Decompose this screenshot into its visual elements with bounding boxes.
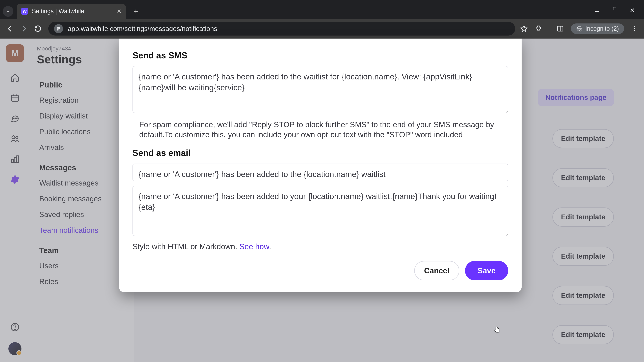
edit-template-button[interactable]: Edit template — [552, 129, 614, 148]
chevron-down-icon — [6, 9, 10, 14]
browser-tab-strip: W Settings | Waitwhile ✕ ＋ ✕ — [0, 0, 644, 19]
email-body-textarea[interactable] — [132, 186, 508, 236]
svg-point-13 — [634, 28, 635, 29]
tab-search-button[interactable] — [3, 6, 14, 17]
svg-point-22 — [12, 136, 15, 139]
incognito-indicator[interactable]: Incognito (2) — [571, 23, 624, 34]
nav-item-roles[interactable]: Roles — [30, 274, 134, 290]
reload-button[interactable] — [34, 25, 43, 32]
style-helper: Style with HTML or Markdown. See how. — [132, 242, 508, 252]
nav-group-messages: Messages — [30, 160, 134, 175]
browser-tab-active[interactable]: W Settings | Waitwhile ✕ — [17, 4, 126, 19]
nav-item-display-waitlist[interactable]: Display waitlist — [30, 108, 134, 124]
edit-template-column: Edit template Edit template Edit templat… — [552, 129, 614, 344]
tab-title: Settings | Waitwhile — [32, 8, 84, 15]
svg-point-23 — [16, 137, 18, 139]
sms-compliance-helper: For spam compliance, we'll add "Reply ST… — [139, 120, 508, 140]
sms-section-heading: Send as SMS — [132, 50, 508, 60]
user-avatar[interactable] — [8, 342, 22, 355]
home-icon[interactable] — [10, 72, 20, 83]
users-icon[interactable] — [10, 133, 20, 144]
new-tab-button[interactable]: ＋ — [131, 6, 141, 16]
org-name: Moodjoy7434 — [37, 45, 127, 52]
svg-marker-9 — [521, 26, 527, 32]
close-tab-icon[interactable]: ✕ — [117, 8, 122, 14]
svg-rect-10 — [557, 26, 563, 31]
svg-rect-1 — [613, 8, 616, 11]
nav-group-team: Team — [30, 243, 134, 258]
svg-point-12 — [634, 26, 635, 27]
forward-button[interactable] — [20, 25, 29, 32]
window-controls: ✕ — [593, 7, 644, 19]
svg-rect-26 — [17, 156, 18, 163]
svg-point-28 — [14, 329, 16, 330]
nav-item-registration[interactable]: Registration — [30, 92, 134, 108]
nav-item-users[interactable]: Users — [30, 258, 134, 274]
bookmark-star-icon[interactable] — [520, 25, 528, 32]
edit-template-modal: Send as SMS For spam compliance, we'll a… — [119, 38, 522, 292]
svg-point-8 — [58, 29, 58, 30]
svg-point-6 — [58, 27, 58, 28]
browser-toolbar: app.waitwhile.com/settings/messages/noti… — [0, 19, 644, 38]
analytics-icon[interactable] — [10, 154, 20, 165]
modal-actions: Cancel Save — [132, 261, 508, 280]
edit-template-button[interactable]: Edit template — [552, 168, 614, 187]
settings-gear-icon[interactable] — [10, 174, 20, 185]
svg-point-14 — [634, 30, 635, 31]
settings-sidebar: Moodjoy7434 Settings Public Registration… — [30, 38, 134, 362]
edit-template-button[interactable]: Edit template — [552, 207, 614, 227]
email-section-heading: Send as email — [132, 148, 508, 158]
nav-item-booking-messages[interactable]: Booking messages — [30, 191, 134, 207]
style-helper-text: Style with HTML or Markdown. — [132, 242, 239, 251]
url-text: app.waitwhile.com/settings/messages/noti… — [68, 25, 217, 32]
edit-template-button[interactable]: Edit template — [552, 286, 614, 305]
svg-rect-24 — [12, 159, 14, 163]
svg-point-20 — [15, 118, 16, 119]
maximize-icon[interactable] — [610, 7, 618, 14]
back-button[interactable] — [6, 25, 15, 32]
chat-icon[interactable] — [10, 113, 20, 124]
toolbar-divider — [549, 24, 550, 33]
kebab-menu-icon[interactable] — [631, 25, 638, 32]
side-panel-icon[interactable] — [556, 25, 564, 32]
edit-template-button[interactable]: Edit template — [552, 247, 614, 266]
site-settings-icon[interactable] — [54, 24, 63, 33]
close-window-icon[interactable]: ✕ — [628, 7, 636, 14]
svg-point-19 — [14, 118, 14, 119]
incognito-label: Incognito (2) — [585, 25, 619, 32]
svg-rect-15 — [12, 95, 18, 101]
org-avatar[interactable]: M — [6, 44, 24, 62]
nav-item-arrivals[interactable]: Arrivals — [30, 140, 134, 155]
extensions-icon[interactable] — [535, 25, 542, 32]
waitwhile-favicon: W — [21, 8, 28, 15]
sms-body-textarea[interactable] — [132, 66, 508, 113]
divider — [30, 72, 134, 72]
minimize-icon[interactable] — [593, 7, 601, 14]
nav-item-team-notifications[interactable]: Team notifications — [30, 222, 134, 238]
svg-point-7 — [59, 28, 60, 29]
nav-item-waitlist-messages[interactable]: Waitlist messages — [30, 175, 134, 191]
app-viewport: M Moodjoy7434 Settings Public Registrati… — [0, 38, 644, 362]
primary-nav-rail: M — [0, 38, 30, 362]
notifications-page-pill[interactable]: Notifications page — [538, 89, 614, 106]
edit-template-button[interactable]: Edit template — [552, 325, 614, 344]
svg-rect-25 — [14, 157, 16, 163]
nav-item-saved-replies[interactable]: Saved replies — [30, 207, 134, 222]
nav-group-public: Public — [30, 77, 134, 92]
cancel-button[interactable]: Cancel — [414, 261, 459, 280]
svg-rect-2 — [614, 7, 617, 10]
save-button[interactable]: Save — [465, 261, 508, 280]
nav-item-public-locations[interactable]: Public locations — [30, 124, 134, 140]
email-subject-input[interactable] — [132, 164, 508, 181]
address-bar[interactable]: app.waitwhile.com/settings/messages/noti… — [48, 22, 515, 35]
page-title: Settings — [37, 53, 127, 66]
svg-point-21 — [16, 118, 17, 119]
calendar-icon[interactable] — [10, 92, 20, 103]
see-how-link[interactable]: See how — [239, 242, 269, 251]
help-icon[interactable] — [10, 322, 20, 333]
